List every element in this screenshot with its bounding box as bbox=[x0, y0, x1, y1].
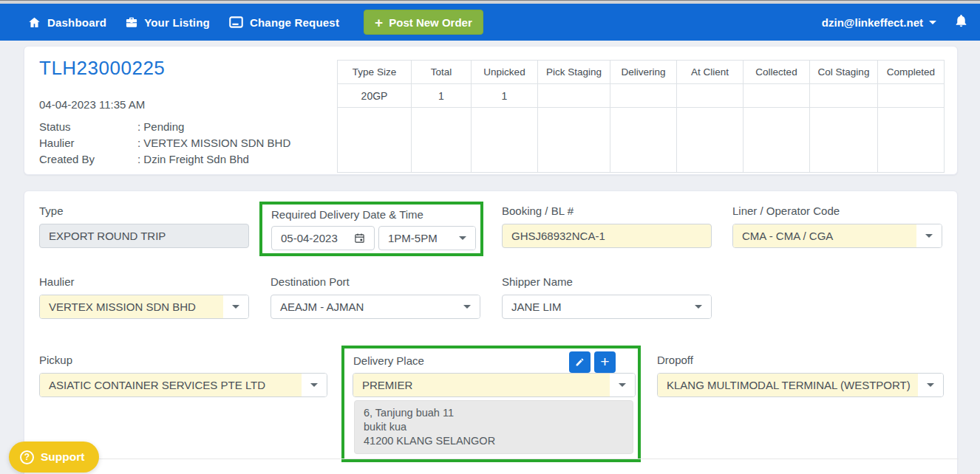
post-new-order-label: Post New Order bbox=[389, 16, 472, 29]
delivery-time-select[interactable]: 1PM-5PM bbox=[378, 226, 476, 250]
field-label: Haulier bbox=[39, 275, 249, 288]
table-row bbox=[338, 108, 945, 173]
nav-your-listing-label: Your Listing bbox=[144, 16, 210, 29]
post-new-order-button[interactable]: + Post New Order bbox=[364, 10, 483, 35]
haulier-select[interactable]: VERTEX MISSION SDN BHD bbox=[39, 295, 249, 319]
table-cell bbox=[538, 108, 610, 173]
detail-value: : VERTEX MISSION SDN BHD bbox=[137, 135, 290, 151]
field-label: Booking / BL # bbox=[502, 205, 712, 217]
table-cell: 1 bbox=[412, 84, 472, 108]
caret-down-icon bbox=[686, 295, 711, 318]
support-button[interactable]: ? Support bbox=[9, 442, 99, 473]
detail-value: : Dzin Freight Sdn Bhd bbox=[137, 151, 249, 168]
caret-down-icon bbox=[450, 227, 475, 250]
pencil-icon bbox=[575, 357, 585, 367]
table-header-row: Type Size Total Unpicked Pick Staging De… bbox=[338, 61, 945, 84]
table-row: 20GP 1 1 bbox=[338, 84, 945, 108]
booking-bl-input[interactable]: GHSJ68932NCA-1 bbox=[502, 224, 712, 248]
plus-icon: + bbox=[375, 16, 383, 30]
table-cell bbox=[677, 84, 743, 108]
highlight-box-required-delivery: Required Delivery Date & Time 05-04-2023… bbox=[259, 202, 483, 256]
order-number: TLH23000225 bbox=[39, 57, 165, 80]
field-dropoff: Dropoff KLANG MULTIMODAL TERMINAL (WESTP… bbox=[657, 354, 944, 397]
caret-down-icon bbox=[916, 224, 942, 247]
add-delivery-place-button[interactable]: + bbox=[594, 351, 616, 373]
haulier-value: VERTEX MISSION SDN BHD bbox=[40, 295, 223, 318]
caret-down-icon bbox=[455, 295, 480, 318]
delivery-place-select[interactable]: PREMIER bbox=[353, 373, 636, 397]
table-header-cell: Collected bbox=[743, 61, 810, 84]
delivery-place-address: 6, Tanjung buah 11 bukit kua 41200 KLANG… bbox=[354, 400, 633, 454]
order-summary-card: TLH23000225 04-04-2023 11:35 AM Status :… bbox=[24, 46, 958, 175]
order-form-card: Type EXPORT ROUND TRIP Required Delivery… bbox=[24, 190, 958, 474]
address-line: bukit kua bbox=[364, 420, 624, 434]
address-line: 6, Tanjung buah 11 bbox=[364, 406, 624, 420]
address-line: 41200 KLANG SELANGOR bbox=[364, 434, 624, 448]
nav-change-request[interactable]: Change Request bbox=[229, 16, 339, 29]
support-label: Support bbox=[41, 450, 84, 464]
liner-operator-value: CMA - CMA / CGA bbox=[733, 224, 916, 247]
order-details: Status : Pending Haulier : VERTEX MISSIO… bbox=[39, 119, 290, 168]
user-menu[interactable]: dzin@linkeffect.net bbox=[822, 16, 936, 29]
table-cell bbox=[878, 108, 945, 173]
liner-operator-select[interactable]: CMA - CMA / CGA bbox=[732, 224, 942, 248]
detail-label: Status bbox=[39, 119, 137, 135]
caret-down-icon bbox=[302, 374, 327, 396]
field-haulier: Haulier VERTEX MISSION SDN BHD bbox=[39, 275, 249, 319]
nav-dashboard[interactable]: Dashboard bbox=[28, 16, 106, 29]
field-booking-bl: Booking / BL # GHSJ68932NCA-1 bbox=[502, 205, 712, 248]
nav-your-listing[interactable]: Your Listing bbox=[126, 16, 210, 29]
field-label: Type bbox=[39, 205, 249, 217]
caret-down-icon bbox=[918, 374, 943, 396]
table-header-cell: Unpicked bbox=[472, 61, 538, 84]
nav-change-request-label: Change Request bbox=[250, 16, 339, 29]
table-cell bbox=[412, 108, 472, 173]
home-icon bbox=[28, 16, 41, 29]
change-request-icon bbox=[229, 16, 243, 28]
table-header-cell: Total bbox=[412, 61, 472, 84]
delivery-date-input[interactable]: 05-04-2023 bbox=[271, 226, 375, 250]
navbar-right: dzin@linkeffect.net bbox=[822, 13, 968, 31]
table-cell bbox=[677, 108, 743, 173]
pickup-value: ASIATIC CONTAINER SERVICES PTE LTD bbox=[40, 374, 302, 396]
destination-port-select[interactable]: AEAJM - AJMAN bbox=[270, 295, 480, 319]
user-email: dzin@linkeffect.net bbox=[822, 16, 923, 29]
shipper-name-select[interactable]: JANE LIM bbox=[502, 295, 712, 319]
pickup-select[interactable]: ASIATIC CONTAINER SERVICES PTE LTD bbox=[39, 373, 327, 397]
navbar: Dashboard Your Listing Change Request + … bbox=[0, 4, 980, 41]
edit-delivery-place-button[interactable] bbox=[569, 351, 591, 373]
field-label: Liner / Operator Code bbox=[732, 205, 942, 217]
table-cell bbox=[338, 108, 412, 173]
caret-down-icon bbox=[929, 21, 936, 24]
form-section-divider bbox=[24, 458, 959, 459]
order-created-datetime: 04-04-2023 11:35 AM bbox=[39, 98, 145, 111]
field-shipper-name: Shipper Name JANE LIM bbox=[502, 275, 712, 319]
table-header-cell: Type Size bbox=[338, 61, 412, 84]
calendar-icon bbox=[354, 233, 365, 244]
caret-down-icon bbox=[610, 374, 635, 396]
detail-label: Haulier bbox=[39, 135, 137, 151]
field-label: Dropoff bbox=[657, 354, 944, 366]
delivery-time-value: 1PM-5PM bbox=[379, 227, 450, 250]
field-destination-port: Destination Port AEAJM - AJMAN bbox=[270, 275, 480, 319]
container-status-table: Type Size Total Unpicked Pick Staging De… bbox=[337, 60, 945, 173]
briefcase-icon bbox=[126, 16, 137, 28]
field-liner-operator: Liner / Operator Code CMA - CMA / CGA bbox=[732, 205, 942, 248]
field-type: Type EXPORT ROUND TRIP bbox=[39, 205, 249, 248]
plus-icon: + bbox=[600, 354, 609, 369]
table-cell bbox=[538, 84, 610, 108]
dropoff-value: KLANG MULTIMODAL TERMINAL (WESTPORT) bbox=[658, 374, 918, 396]
dropoff-select[interactable]: KLANG MULTIMODAL TERMINAL (WESTPORT) bbox=[657, 373, 944, 397]
main-nav: Dashboard Your Listing Change Request + … bbox=[28, 10, 483, 35]
field-label: Required Delivery Date & Time bbox=[271, 208, 423, 221]
shipper-name-value: JANE LIM bbox=[503, 295, 686, 318]
order-detail-row: Status : Pending bbox=[39, 119, 290, 135]
detail-value: : Pending bbox=[137, 119, 184, 135]
order-detail-row: Created By : Dzin Freight Sdn Bhd bbox=[39, 151, 290, 168]
notifications-button[interactable] bbox=[954, 13, 968, 31]
destination-port-value: AEAJM - AJMAN bbox=[271, 295, 455, 318]
bell-icon bbox=[954, 13, 968, 31]
field-label: Pickup bbox=[39, 354, 327, 366]
question-mark-icon: ? bbox=[20, 450, 34, 464]
field-label: Shipper Name bbox=[502, 275, 712, 288]
